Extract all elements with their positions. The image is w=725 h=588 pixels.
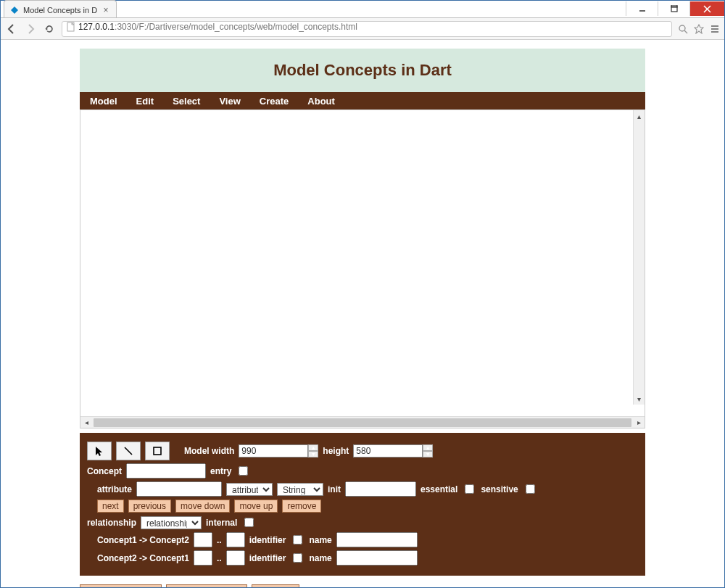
c2c1-name-label: name (309, 553, 331, 563)
svg-marker-0 (11, 7, 18, 14)
init-label: init (328, 484, 341, 494)
tab-title: Model Concepts in D (23, 6, 97, 15)
internal-label: internal (206, 518, 237, 528)
height-step-up[interactable]: ▲ (423, 444, 433, 451)
page-header: Model Concepts in Dart (80, 49, 645, 92)
tool-box-button[interactable] (145, 442, 170, 460)
tool-line-button[interactable] (116, 442, 141, 460)
menu-edit[interactable]: Edit (136, 96, 154, 107)
model-height-input[interactable] (353, 444, 423, 457)
model-width-label: Model width (184, 446, 234, 456)
entry-label: entry (210, 466, 231, 476)
c2c1-max-input[interactable] (226, 550, 245, 566)
init-input[interactable] (345, 481, 416, 497)
url-host: 127.0.0.1 (78, 22, 115, 32)
height-step-down[interactable]: ▼ (423, 451, 433, 457)
window-close-button[interactable] (689, 1, 724, 16)
zoom-icon[interactable] (678, 24, 688, 34)
svg-point-8 (679, 25, 685, 31)
concept-label: Concept (87, 466, 122, 476)
model-canvas-container: ▴ ▾ ◂ ▸ (80, 109, 645, 428)
sensitive-label: sensitive (481, 484, 518, 494)
canvas-vertical-scrollbar[interactable]: ▴ ▾ (633, 110, 645, 405)
internal-checkbox[interactable] (244, 518, 254, 527)
relationship-select[interactable]: relationship (141, 516, 202, 529)
browser-tabstrip: Model Concepts in D × (1, 1, 724, 18)
move-up-button[interactable]: move up (234, 500, 278, 513)
back-button[interactable] (5, 22, 18, 36)
model-width-input[interactable] (239, 444, 308, 457)
c2c1-identifier-checkbox[interactable] (293, 553, 302, 563)
attribute-type-select[interactable]: String (277, 483, 323, 496)
c1c2-name-label: name (309, 535, 331, 545)
dartium-favicon (10, 6, 19, 15)
reload-button[interactable] (43, 22, 56, 36)
browser-toolbar: 127.0.0.1:3030/F:/Dartiverse/model_conce… (1, 18, 724, 40)
url-path: :3030/F:/Dartiverse/model_concepts/web/m… (115, 22, 357, 32)
model-canvas[interactable]: ▴ ▾ (80, 110, 645, 416)
c1c2-max-input[interactable] (226, 532, 245, 547)
svg-marker-14 (96, 447, 102, 456)
menu-create[interactable]: Create (260, 96, 289, 107)
window-maximize-button[interactable] (658, 1, 689, 16)
c2c1-identifier-label: identifier (249, 553, 286, 563)
c2c1-min-input[interactable] (194, 550, 212, 566)
attribute-category-select[interactable]: attribute (226, 483, 273, 496)
page-viewport[interactable]: Model Concepts in Dart Model Edit Select… (1, 40, 724, 587)
essential-checkbox[interactable] (465, 484, 474, 494)
svg-rect-16 (154, 447, 161, 455)
tool-select-button[interactable] (87, 442, 112, 460)
tool-panel: Model width ▲▼ height ▲▼ Concept (80, 433, 645, 576)
next-button[interactable]: next (97, 500, 124, 513)
close-tab-icon[interactable]: × (102, 6, 110, 15)
menu-icon[interactable] (710, 24, 720, 34)
remove-button[interactable]: remove (282, 500, 321, 513)
svg-line-15 (125, 447, 132, 455)
previous-button[interactable]: previous (128, 500, 171, 513)
page-title: Model Concepts in Dart (273, 61, 452, 80)
attribute-label: attribute (97, 484, 132, 494)
menu-view[interactable]: View (219, 96, 240, 107)
address-bar[interactable]: 127.0.0.1:3030/F:/Dartiverse/model_conce… (62, 21, 672, 37)
menu-select[interactable]: Select (173, 96, 200, 107)
model-height-label: height (323, 446, 349, 456)
scroll-left-icon[interactable]: ◂ (80, 418, 92, 426)
from-json-to-model-button[interactable]: from json to model (166, 584, 248, 587)
scroll-right-icon[interactable]: ▸ (633, 418, 645, 426)
json-buttons-row: from model to json from json to model cl… (80, 584, 645, 587)
svg-marker-6 (46, 28, 49, 30)
clear-json-button[interactable]: clear json (252, 584, 299, 587)
forward-button[interactable] (24, 22, 37, 36)
window-minimize-button[interactable] (626, 1, 658, 16)
c1-c2-label: Concept1 -> Concept2 (97, 535, 189, 545)
menu-model[interactable]: Model (90, 96, 117, 107)
page-icon (67, 22, 75, 32)
sensitive-checkbox[interactable] (526, 484, 535, 494)
canvas-horizontal-scrollbar[interactable]: ◂ ▸ (80, 416, 645, 428)
c1c2-min-input[interactable] (194, 532, 212, 547)
c2-c1-label: Concept2 -> Concept1 (97, 553, 189, 563)
from-model-to-json-button[interactable]: from model to json (80, 584, 162, 587)
svg-marker-10 (695, 25, 703, 33)
essential-label: essential (420, 484, 457, 494)
dots1: .. (217, 535, 222, 545)
svg-line-9 (684, 30, 687, 33)
move-down-button[interactable]: move down (175, 500, 230, 513)
concept-input[interactable] (126, 463, 206, 479)
menu-about[interactable]: About (307, 96, 335, 107)
width-step-down[interactable]: ▼ (308, 451, 318, 457)
browser-tab[interactable]: Model Concepts in D × (4, 0, 117, 17)
attribute-input[interactable] (136, 481, 222, 497)
width-step-up[interactable]: ▲ (308, 444, 318, 451)
c1c2-identifier-label: identifier (249, 535, 286, 545)
c1c2-name-input[interactable] (336, 532, 418, 547)
scroll-up-icon[interactable]: ▴ (634, 110, 645, 122)
entry-checkbox[interactable] (239, 466, 248, 476)
c1c2-identifier-checkbox[interactable] (293, 535, 302, 544)
bookmark-star-icon[interactable] (694, 24, 704, 34)
c2c1-name-input[interactable] (336, 550, 418, 566)
relationship-label: relationship (87, 518, 136, 528)
hscroll-thumb[interactable] (94, 418, 631, 427)
dots2: .. (217, 553, 222, 563)
scroll-down-icon[interactable]: ▾ (634, 393, 645, 405)
